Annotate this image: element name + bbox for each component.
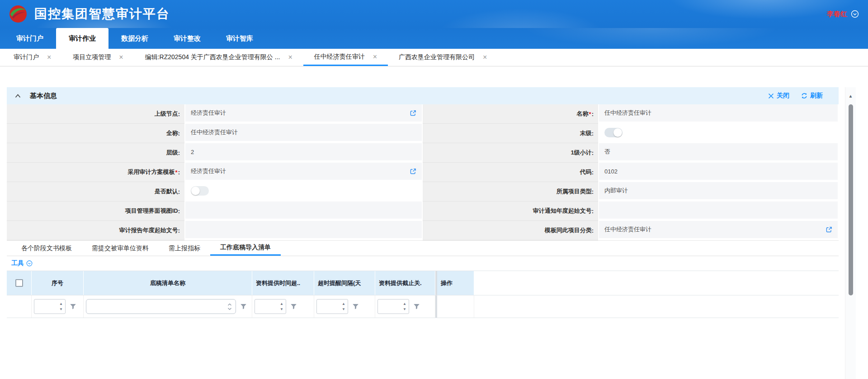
spinner-up-icon[interactable]: ▲ bbox=[403, 302, 406, 306]
nav-item-3[interactable]: 审计整改 bbox=[161, 28, 213, 49]
field-area[interactable]: 内部审计 bbox=[599, 182, 838, 199]
vertical-scrollbar[interactable]: ▲ ▼ bbox=[845, 87, 856, 379]
external-link-icon[interactable] bbox=[826, 226, 832, 233]
spinner-arrows: ▲▼ bbox=[59, 302, 63, 311]
column-header-5[interactable]: 资料提供截止关. bbox=[375, 271, 435, 295]
subtab-1[interactable]: 需提交被审单位资料 bbox=[82, 241, 159, 256]
field-area[interactable]: 任中经济责任审计 bbox=[599, 221, 838, 238]
select-all-checkbox[interactable] bbox=[15, 279, 23, 287]
nav-item-label: 审计整改 bbox=[174, 34, 201, 43]
user-menu[interactable]: 李春红 bbox=[827, 10, 859, 19]
nav-item-2[interactable]: 数据分析 bbox=[108, 28, 161, 49]
tab-close-icon[interactable]: × bbox=[483, 54, 487, 61]
column-header-1[interactable]: 序号 bbox=[32, 271, 84, 295]
combo-updown-icon[interactable] bbox=[227, 303, 232, 310]
column-header-2[interactable]: 底稿清单名称 bbox=[84, 271, 252, 295]
close-page-label: 关闭 bbox=[777, 92, 789, 100]
tools-menu-button[interactable]: 工具 bbox=[11, 259, 24, 267]
field-area[interactable] bbox=[185, 221, 422, 238]
document-tab-2[interactable]: 编辑:RZ202504 关于广西农垦企业管理有限公 ...× bbox=[134, 49, 303, 66]
spinner-down-icon[interactable]: ▼ bbox=[280, 308, 283, 311]
field-value: 任中经济责任审计 bbox=[604, 109, 651, 117]
tools-chevron-down-icon[interactable] bbox=[26, 260, 33, 267]
external-link-icon[interactable] bbox=[410, 168, 416, 175]
field-value: 任中经济责任审计 bbox=[604, 225, 651, 234]
column-header-0[interactable] bbox=[7, 271, 32, 295]
document-tab-0[interactable]: 审计门户× bbox=[3, 49, 62, 66]
filter-cell-0 bbox=[7, 295, 32, 318]
document-tab-3[interactable]: 任中经济责任审计× bbox=[303, 49, 388, 66]
close-page-button[interactable]: 关闭 bbox=[768, 92, 789, 100]
field-area[interactable]: 任中经济责任审计 bbox=[185, 124, 422, 141]
form-value-cell: 内部审计 bbox=[598, 182, 839, 201]
nav-item-1[interactable]: 审计作业 bbox=[56, 28, 108, 49]
spinner-down-icon[interactable]: ▼ bbox=[59, 308, 63, 311]
tab-close-icon[interactable]: × bbox=[373, 53, 377, 61]
subtab-0[interactable]: 各个阶段文书模板 bbox=[11, 241, 82, 256]
label-colon: : bbox=[592, 130, 594, 137]
scrollbar-thumb[interactable] bbox=[849, 104, 853, 295]
table-header-row: 序号底稿清单名称资料提供时间超..超时提醒间隔(天资料提供截止关.操作 bbox=[7, 271, 839, 295]
scroll-up-arrow-icon[interactable]: ▲ bbox=[845, 94, 856, 98]
field-area[interactable]: 经济责任审计 bbox=[185, 104, 422, 122]
filter-number-input[interactable]: ▲▼ bbox=[316, 299, 348, 314]
toggle-switch[interactable] bbox=[191, 186, 209, 196]
filter-number-input[interactable]: ▲▼ bbox=[255, 299, 286, 314]
filter-funnel-icon[interactable] bbox=[413, 303, 420, 310]
open-lookup-button[interactable] bbox=[410, 110, 416, 117]
nav-item-4[interactable]: 审计智库 bbox=[213, 28, 266, 49]
filter-cell-3: ▲▼ bbox=[252, 295, 314, 318]
subtab-3[interactable]: 工作底稿导入清单 bbox=[210, 241, 281, 256]
form-value-cell bbox=[598, 201, 839, 221]
field-area[interactable]: 任中经济责任审计 bbox=[599, 104, 838, 122]
document-tab-label: 任中经济责任审计 bbox=[314, 53, 365, 61]
nav-item-0[interactable]: 审计门户 bbox=[4, 28, 56, 49]
tab-close-icon[interactable]: × bbox=[47, 54, 51, 61]
field-area[interactable] bbox=[185, 201, 422, 219]
spinner-down-icon[interactable]: ▼ bbox=[403, 308, 406, 311]
field-area[interactable]: 0102 bbox=[599, 163, 838, 180]
field-label: 模板同此项目分类 bbox=[545, 226, 592, 234]
filter-funnel-icon[interactable] bbox=[290, 303, 297, 310]
external-link-icon[interactable] bbox=[410, 110, 416, 117]
filter-number-input[interactable]: ▲▼ bbox=[377, 299, 409, 314]
collapse-caret-icon[interactable] bbox=[15, 94, 21, 98]
spinner-up-icon[interactable]: ▲ bbox=[59, 302, 63, 306]
column-header-4[interactable]: 超时提醒间隔(天 bbox=[314, 271, 375, 295]
filter-funnel-icon[interactable] bbox=[70, 303, 76, 310]
open-lookup-button[interactable] bbox=[410, 168, 416, 175]
spinner-up-icon[interactable]: ▲ bbox=[280, 302, 283, 306]
subtab-2[interactable]: 需上报指标 bbox=[159, 241, 210, 256]
label-colon: : bbox=[592, 208, 594, 215]
document-tab-4[interactable]: 广西农垦企业管理有限公司× bbox=[388, 49, 498, 66]
column-header-3[interactable]: 资料提供时间超.. bbox=[252, 271, 314, 295]
tab-close-icon[interactable]: × bbox=[119, 54, 123, 61]
filter-combo-input[interactable] bbox=[86, 299, 236, 314]
column-header-6[interactable]: 操作 bbox=[435, 271, 474, 295]
user-name[interactable]: 李春红 bbox=[827, 10, 847, 19]
field-value: 任中经济责任审计 bbox=[191, 128, 238, 136]
toggle-switch[interactable] bbox=[604, 128, 623, 137]
label-colon: : bbox=[178, 169, 180, 176]
filter-number-input[interactable]: ▲▼ bbox=[34, 299, 66, 314]
company-logo-icon bbox=[9, 5, 27, 23]
nav-item-label: 数据分析 bbox=[121, 34, 148, 43]
open-lookup-button[interactable] bbox=[826, 226, 832, 233]
document-tab-1[interactable]: 项目立项管理× bbox=[62, 49, 134, 66]
user-chevron-down-icon[interactable] bbox=[851, 10, 859, 18]
spinner-down-icon[interactable]: ▼ bbox=[342, 308, 345, 311]
spinner-up-icon[interactable]: ▲ bbox=[342, 302, 345, 306]
nav-item-label: 审计智库 bbox=[226, 34, 253, 43]
filter-funnel-icon[interactable] bbox=[240, 303, 247, 310]
refresh-page-button[interactable]: 刷新 bbox=[801, 92, 823, 100]
field-area[interactable]: 2 bbox=[185, 143, 422, 160]
basic-info-section-header[interactable]: 基本信息 bbox=[7, 87, 839, 104]
filter-funnel-icon[interactable] bbox=[352, 303, 359, 310]
field-area[interactable] bbox=[599, 201, 838, 219]
document-tab-label: 审计门户 bbox=[14, 53, 39, 61]
form-value-cell: 经济责任审计 bbox=[184, 163, 423, 182]
tab-close-icon[interactable]: × bbox=[288, 54, 292, 61]
field-area[interactable]: 否 bbox=[599, 143, 838, 160]
filter-cell-5: ▲▼ bbox=[375, 295, 435, 318]
field-area[interactable]: 经济责任审计 bbox=[185, 163, 422, 180]
